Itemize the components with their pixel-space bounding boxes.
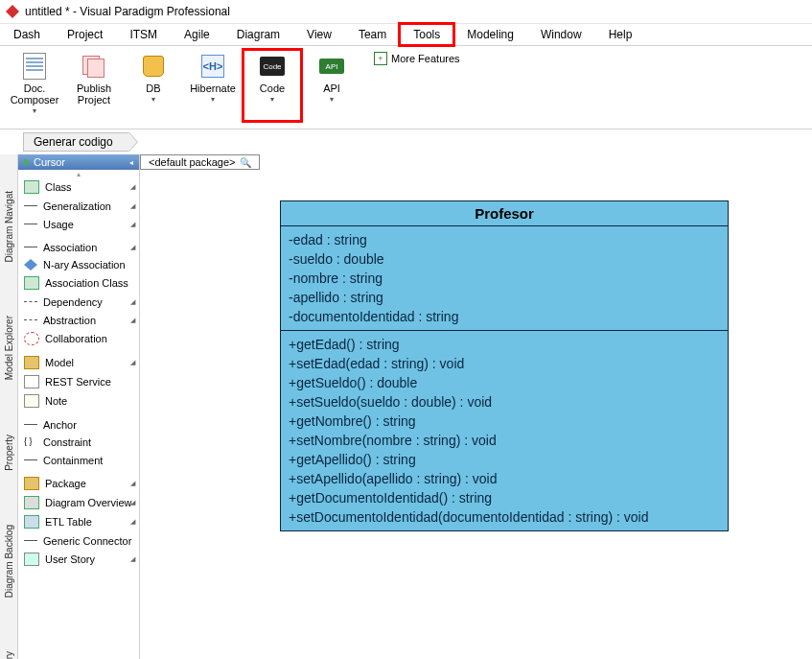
note-icon — [24, 394, 39, 408]
menu-tools[interactable]: Tools — [400, 24, 453, 45]
constraint-icon: { } — [24, 436, 37, 448]
palette-item-anchor[interactable]: Anchor — [18, 415, 139, 434]
menu-team[interactable]: Team — [345, 24, 400, 45]
palette-item-nary-association[interactable]: N-ary Association — [18, 256, 139, 273]
package-tab[interactable]: <default package> 🔍 — [140, 154, 260, 170]
palette-item-abstraction[interactable]: Abstraction◢ — [18, 311, 139, 329]
uml-attribute: -apellido : string — [289, 288, 720, 307]
hibernate-icon: <H> — [201, 55, 224, 78]
overview-icon — [24, 496, 39, 509]
uml-class-name: Profesor — [281, 201, 728, 226]
palette-item-class[interactable]: Class◢ — [18, 177, 139, 197]
uml-operations: +getEdad() : string +setEdad(edad : stri… — [281, 330, 728, 530]
expand-icon: ◢ — [130, 221, 135, 228]
ribbon-code[interactable]: Code Code ▾ — [244, 50, 301, 121]
ribbon-api[interactable]: API API ▾ — [303, 50, 360, 121]
uml-operation: +getNombre() : string — [289, 412, 720, 431]
expand-icon: ◢ — [130, 518, 135, 526]
titlebar: untitled * - Visual Paradigm Professiona… — [0, 0, 812, 24]
menu-window[interactable]: Window — [527, 24, 595, 45]
palette-item-model[interactable]: Model◢ — [18, 353, 139, 372]
uml-attribute: -edad : string — [289, 230, 720, 249]
palette-item-collaboration[interactable]: Collaboration — [18, 329, 139, 348]
menu-view[interactable]: View — [293, 24, 345, 45]
expand-icon: ◢ — [130, 555, 135, 563]
expand-icon: ◢ — [130, 183, 135, 191]
palette-item-generic-connector[interactable]: Generic Connector — [18, 531, 139, 550]
expand-icon: ◢ — [130, 298, 135, 306]
expand-icon: ◢ — [130, 359, 135, 366]
breadcrumb-item[interactable]: Generar codigo — [23, 132, 129, 152]
menubar: Dash Project ITSM Agile Diagram View Tea… — [0, 24, 812, 46]
dock-tab-diagram-backlog[interactable]: Diagram Backlog — [4, 525, 14, 598]
dock-tab-model-explorer[interactable]: Model Explorer — [4, 316, 14, 380]
menu-itsm[interactable]: ITSM — [116, 24, 171, 45]
more-features-link[interactable]: + More Features — [370, 50, 464, 67]
menu-diagram[interactable]: Diagram — [223, 24, 293, 45]
ribbon-db[interactable]: DB ▾ — [125, 50, 182, 121]
diagram-canvas[interactable]: <default package> 🔍 Profesor -edad : str… — [140, 154, 812, 659]
left-dock: Diagram Navigat Model Explorer Property … — [0, 154, 18, 659]
dock-tab-repository[interactable]: pository — [4, 651, 14, 659]
chevron-down-icon: ▾ — [151, 95, 155, 104]
palette-item-containment[interactable]: Containment — [18, 451, 139, 469]
search-icon[interactable]: 🔍 — [240, 157, 251, 168]
uml-operation: +setEdad(edad : string) : void — [289, 354, 720, 373]
dock-tab-property[interactable]: Property — [4, 435, 14, 471]
api-icon: API — [319, 59, 344, 74]
palette-item-rest-service[interactable]: REST Service — [18, 372, 139, 391]
palette-item-association-class[interactable]: Association Class — [18, 273, 139, 293]
class-icon — [24, 180, 39, 194]
nary-icon — [24, 259, 37, 271]
menu-project[interactable]: Project — [54, 24, 116, 45]
palette-item-package[interactable]: Package◢ — [18, 474, 139, 493]
tool-palette: Cursor ◂ ▴ Class◢ Generalization◢ Usage◢… — [18, 154, 140, 659]
window-title: untitled * - Visual Paradigm Professiona… — [25, 5, 230, 18]
uml-operation: +setDocumentoIdentidad(documentoIdentida… — [289, 507, 720, 527]
chevron-down-icon: ▾ — [330, 95, 334, 104]
uml-operation: +getDocumentoIdentidad() : string — [289, 488, 720, 507]
palette-item-constraint[interactable]: { }Constraint — [18, 434, 139, 451]
menu-agile[interactable]: Agile — [171, 24, 223, 45]
chevron-down-icon: ▾ — [270, 95, 274, 104]
palette-item-user-story[interactable]: User Story◢ — [18, 550, 139, 569]
cursor-icon — [24, 158, 30, 166]
publish-icon — [82, 56, 105, 77]
palette-item-usage[interactable]: Usage◢ — [18, 215, 139, 233]
palette-item-association[interactable]: Association◢ — [18, 238, 139, 256]
chevron-down-icon: ▾ — [211, 95, 215, 104]
uml-operation: +setSueldo(sueldo : double) : void — [289, 392, 720, 412]
uml-attribute: -documentoIdentidad : string — [289, 307, 720, 326]
chevron-left-icon: ◂ — [129, 158, 133, 167]
menu-modeling[interactable]: Modeling — [453, 24, 527, 45]
assoc-class-icon — [24, 276, 39, 290]
palette-item-etl-table[interactable]: ETL Table◢ — [18, 512, 139, 531]
uml-class-profesor[interactable]: Profesor -edad : string -sueldo : double… — [280, 200, 729, 531]
menu-dash[interactable]: Dash — [0, 24, 54, 45]
userstory-icon — [24, 553, 39, 566]
dock-tab-diagram-navigator[interactable]: Diagram Navigat — [4, 191, 14, 262]
expand-icon: ◢ — [130, 202, 135, 210]
palette-collapse-handle[interactable]: ▴ — [18, 170, 139, 177]
palette-item-dependency[interactable]: Dependency◢ — [18, 293, 139, 311]
palette-cursor-tool[interactable]: Cursor ◂ — [18, 154, 139, 170]
database-icon — [143, 56, 164, 77]
collaboration-icon — [24, 332, 39, 345]
expand-icon: ◢ — [130, 499, 135, 506]
expand-icon: ◢ — [130, 244, 135, 251]
uml-operation: +setNombre(nombre : string) : void — [289, 431, 720, 450]
code-icon: Code — [260, 57, 285, 76]
expand-icon: ◢ — [130, 480, 135, 487]
palette-item-generalization[interactable]: Generalization◢ — [18, 197, 139, 215]
rest-icon — [24, 375, 39, 388]
ribbon-publish-project[interactable]: Publish Project — [65, 50, 123, 121]
ribbon-doc-composer[interactable]: Doc. Composer ▾ — [6, 50, 63, 121]
containment-icon — [24, 459, 37, 472]
uml-attributes: -edad : string -sueldo : double -nombre … — [281, 226, 728, 330]
palette-item-diagram-overview[interactable]: Diagram Overview◢ — [18, 493, 139, 512]
usage-icon — [24, 224, 37, 236]
menu-help[interactable]: Help — [595, 24, 646, 45]
uml-operation: +getEdad() : string — [289, 335, 720, 354]
palette-item-note[interactable]: Note — [18, 391, 139, 411]
ribbon-hibernate[interactable]: <H> Hibernate ▾ — [184, 50, 242, 121]
